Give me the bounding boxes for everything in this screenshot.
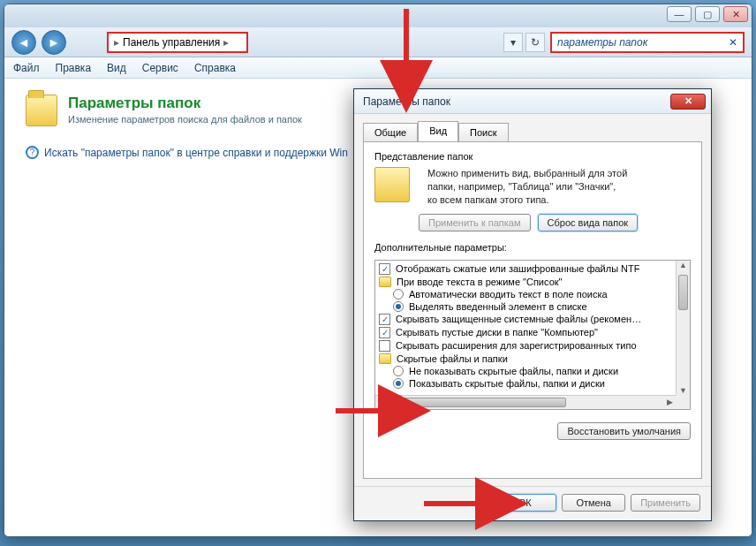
ok-button[interactable]: ОК: [493, 494, 556, 512]
tab-body-view: Представление папок Можно применить вид,…: [363, 141, 702, 479]
help-icon: ?: [26, 146, 39, 159]
tab-general[interactable]: Общие: [363, 123, 418, 141]
folder-mini-icon: [374, 167, 410, 202]
forward-button[interactable]: ►: [42, 30, 66, 55]
folder-options-icon: [26, 95, 57, 126]
radio-icon[interactable]: [393, 378, 404, 389]
tab-search[interactable]: Поиск: [458, 123, 508, 141]
list-item: Скрывать защищенные системные файлы (рек…: [396, 314, 641, 324]
checkbox-icon[interactable]: [379, 327, 390, 338]
clear-search-icon[interactable]: ✕: [723, 36, 737, 49]
additional-settings-label: Дополнительные параметры:: [374, 242, 691, 253]
folder-tiny-icon: [379, 277, 391, 287]
cancel-button[interactable]: Отмена: [562, 494, 625, 512]
group-folder-view-label: Представление папок: [374, 151, 691, 162]
list-item: Отображать сжатые или зашифрованные файл…: [396, 263, 639, 274]
apply-button[interactable]: Применить: [631, 494, 700, 512]
checkbox-icon[interactable]: [379, 263, 390, 275]
breadcrumb[interactable]: ▸ Панель управления ▸: [107, 32, 248, 53]
menu-edit[interactable]: Правка: [56, 62, 92, 74]
advanced-settings-listbox[interactable]: Отображать сжатые или зашифрованные файл…: [374, 260, 691, 410]
dialog-button-row: ОК Отмена Применить: [354, 486, 711, 520]
folder-tiny-icon: [379, 353, 391, 364]
close-button[interactable]: ✕: [723, 6, 748, 22]
menu-file[interactable]: Файл: [13, 62, 40, 74]
radio-icon[interactable]: [393, 301, 404, 312]
page-title: Параметры папок: [68, 95, 302, 112]
breadcrumb-label: Панель управления: [123, 36, 220, 49]
list-item: Скрывать расширения для зарегистрированн…: [396, 340, 637, 351]
search-input[interactable]: параметры папок ✕: [550, 32, 745, 53]
dialog-titlebar: Параметры папок ✕: [354, 89, 711, 114]
list-item: Выделять введенный элемент в списке: [409, 301, 587, 312]
checkbox-icon[interactable]: [379, 340, 390, 352]
scroll-corner: [676, 395, 690, 409]
menu-help[interactable]: Справка: [194, 62, 236, 74]
group-folder-view-text: Можно применить вид, выбранный для этой …: [427, 167, 627, 207]
list-item: Не показывать скрытые файлы, папки и дис…: [409, 366, 618, 376]
radio-icon[interactable]: [393, 366, 404, 376]
list-item: При вводе текста в режиме "Список": [397, 277, 562, 287]
minimize-button[interactable]: —: [667, 6, 692, 22]
chevron-right-icon: ▸: [223, 36, 229, 49]
checkbox-icon[interactable]: [379, 314, 390, 325]
radio-icon[interactable]: [393, 289, 404, 300]
tab-view[interactable]: Вид: [418, 121, 458, 141]
folder-options-dialog: Параметры папок ✕ Общие Вид Поиск Предст…: [353, 88, 712, 521]
menu-view[interactable]: Вид: [107, 62, 126, 74]
restore-defaults-button[interactable]: Восстановить умолчания: [557, 422, 691, 440]
reset-folders-button[interactable]: Сброс вида папок: [538, 214, 639, 231]
navbar: ◄ ► ▸ Панель управления ▸ ▾ ↻ параметры …: [4, 27, 752, 57]
dialog-title: Параметры папок: [363, 95, 450, 108]
apply-to-folders-button[interactable]: Применить к папкам: [419, 214, 531, 231]
menu-tools[interactable]: Сервис: [142, 62, 178, 74]
back-button[interactable]: ◄: [11, 30, 36, 55]
dropdown-history-button[interactable]: ▾: [503, 33, 523, 52]
list-item: Показывать скрытые файлы, папки и диски: [409, 378, 605, 389]
list-item: Автоматически вводить текст в поле поиск…: [409, 289, 608, 300]
maximize-button[interactable]: ▢: [695, 6, 720, 22]
list-item: Скрывать пустые диски в папке "Компьютер…: [396, 327, 598, 337]
search-value: параметры папок: [557, 36, 647, 49]
dialog-tabs: Общие Вид Поиск: [354, 114, 711, 141]
titlebar: — ▢ ✕: [4, 4, 752, 27]
help-link-text: Искать "параметры папок" в центре справк…: [44, 147, 348, 159]
refresh-button[interactable]: ↻: [525, 33, 545, 52]
horizontal-scrollbar[interactable]: [375, 395, 676, 409]
dialog-close-button[interactable]: ✕: [670, 94, 706, 110]
list-item: Скрытые файлы и папки: [397, 353, 508, 364]
menubar: Файл Правка Вид Сервис Справка: [4, 57, 752, 79]
chevron-right-icon: ▸: [114, 36, 119, 49]
vertical-scrollbar[interactable]: [676, 261, 690, 395]
page-subtitle: Изменение параметров поиска для файлов и…: [68, 114, 302, 125]
